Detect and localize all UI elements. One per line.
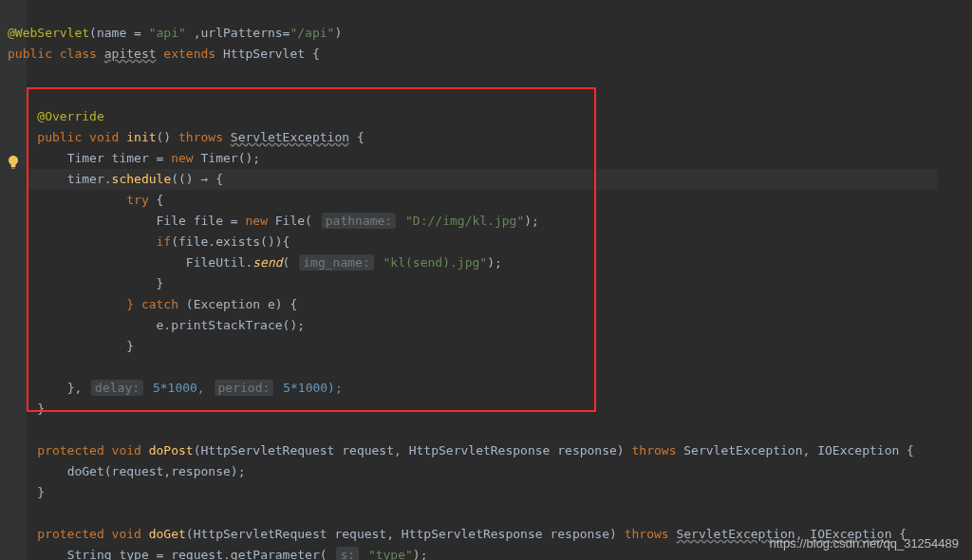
code-line: } — [8, 401, 45, 416]
code-line: if(file.exists()){ — [8, 234, 290, 249]
code-line: } catch (Exception e) { — [8, 297, 297, 311]
code-line: }, delay: 5*1000, period: 5*1000); — [8, 381, 343, 395]
code-area[interactable]: @WebServlet(name = "api" ,urlPatterns="/… — [0, 0, 938, 560]
code-line: e.printStackTrace(); — [8, 318, 305, 332]
code-line: File file = new File( pathname: "D://img… — [8, 214, 539, 228]
code-editor[interactable]: @WebServlet(name = "api" ,urlPatterns="/… — [0, 0, 972, 560]
code-line-caret: timer.schedule(() → { — [8, 169, 938, 190]
code-line: Timer timer = new Timer(); — [8, 151, 260, 165]
code-line: doGet(request,response); — [8, 464, 245, 478]
code-line: @WebServlet(name = "api" ,urlPatterns="/… — [8, 26, 342, 40]
code-line: @Override — [8, 109, 104, 123]
code-line: } — [8, 485, 45, 499]
code-line: FileUtil.send( img_name: "kl(send).jpg")… — [8, 255, 502, 270]
code-line: protected void doGet(HttpServletRequest … — [8, 527, 907, 541]
code-line: } — [8, 276, 163, 290]
code-line: String type = request.getParameter( s: "… — [8, 548, 428, 560]
code-line: public void init() throws ServletExcepti… — [8, 130, 364, 144]
code-line: } — [8, 339, 134, 353]
code-line: try { — [8, 193, 163, 207]
code-line: public class apitest extends HttpServlet… — [8, 47, 320, 61]
code-line: protected void doPost(HttpServletRequest… — [8, 443, 914, 457]
